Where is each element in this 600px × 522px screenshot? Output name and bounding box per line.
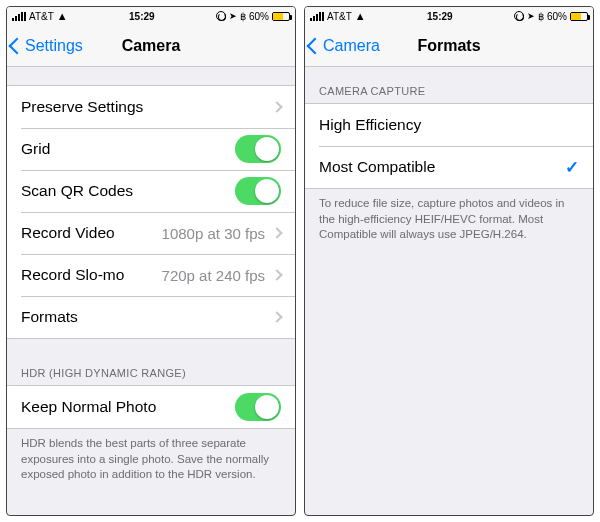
toggle-scan-qr[interactable] [235, 177, 281, 205]
row-high-efficiency[interactable]: High Efficiency [305, 104, 593, 146]
row-preserve-settings[interactable]: Preserve Settings [7, 86, 295, 128]
row-grid[interactable]: Grid [7, 128, 295, 170]
row-detail: 720p at 240 fps [124, 267, 271, 284]
section-header-hdr: HDR (HIGH DYNAMIC RANGE) [7, 367, 295, 385]
battery-icon [272, 12, 290, 21]
rotation-lock-icon [514, 11, 524, 21]
chevron-right-icon [271, 101, 282, 112]
rotation-lock-icon [216, 11, 226, 21]
chevron-left-icon [9, 37, 26, 54]
row-label: Preserve Settings [21, 98, 143, 116]
location-icon: ➤ [229, 11, 237, 21]
signal-icon [12, 12, 26, 21]
battery-pct: 60% [249, 11, 269, 22]
back-button[interactable]: Settings [7, 37, 83, 55]
section-footer-hdr: HDR blends the best parts of three separ… [7, 429, 295, 483]
battery-icon [570, 12, 588, 21]
back-button[interactable]: Camera [305, 37, 380, 55]
chevron-right-icon [271, 311, 282, 322]
chevron-left-icon [307, 37, 324, 54]
carrier-label: AT&T [29, 11, 54, 22]
nav-bar: Camera Formats [305, 25, 593, 67]
toggle-keep-normal[interactable] [235, 393, 281, 421]
nav-bar: Settings Camera [7, 25, 295, 67]
phone-formats: AT&T ▲ 15:29 ➤ ฿ 60% Camera Formats CAME… [304, 6, 594, 516]
row-detail: 1080p at 30 fps [115, 225, 271, 242]
row-label: Scan QR Codes [21, 182, 133, 200]
status-time: 15:29 [427, 11, 453, 22]
back-label: Settings [25, 37, 83, 55]
back-label: Camera [323, 37, 380, 55]
location-icon: ➤ [527, 11, 535, 21]
row-label: Record Slo-mo [21, 266, 124, 284]
battery-pct: 60% [547, 11, 567, 22]
row-label: Formats [21, 308, 78, 326]
status-bar: AT&T ▲ 15:29 ➤ ฿ 60% [305, 7, 593, 25]
row-label: Record Video [21, 224, 115, 242]
row-record-video[interactable]: Record Video 1080p at 30 fps [7, 212, 295, 254]
row-scan-qr[interactable]: Scan QR Codes [7, 170, 295, 212]
section-footer-formats: To reduce file size, capture photos and … [305, 189, 593, 243]
row-formats[interactable]: Formats [7, 296, 295, 338]
checkmark-icon: ✓ [565, 157, 579, 178]
row-label: High Efficiency [319, 116, 421, 134]
signal-icon [310, 12, 324, 21]
row-record-slomo[interactable]: Record Slo-mo 720p at 240 fps [7, 254, 295, 296]
carrier-label: AT&T [327, 11, 352, 22]
row-keep-normal-photo[interactable]: Keep Normal Photo [7, 386, 295, 428]
bluetooth-icon: ฿ [538, 11, 544, 22]
row-label: Grid [21, 140, 50, 158]
wifi-icon: ▲ [57, 10, 68, 22]
wifi-icon: ▲ [355, 10, 366, 22]
chevron-right-icon [271, 269, 282, 280]
status-time: 15:29 [129, 11, 155, 22]
row-most-compatible[interactable]: Most Compatible ✓ [305, 146, 593, 188]
section-header-capture: CAMERA CAPTURE [305, 85, 593, 103]
status-bar: AT&T ▲ 15:29 ➤ ฿ 60% [7, 7, 295, 25]
row-label: Keep Normal Photo [21, 398, 156, 416]
chevron-right-icon [271, 227, 282, 238]
bluetooth-icon: ฿ [240, 11, 246, 22]
toggle-grid[interactable] [235, 135, 281, 163]
row-label: Most Compatible [319, 158, 435, 176]
phone-camera-settings: AT&T ▲ 15:29 ➤ ฿ 60% Settings Camera Pr [6, 6, 296, 516]
